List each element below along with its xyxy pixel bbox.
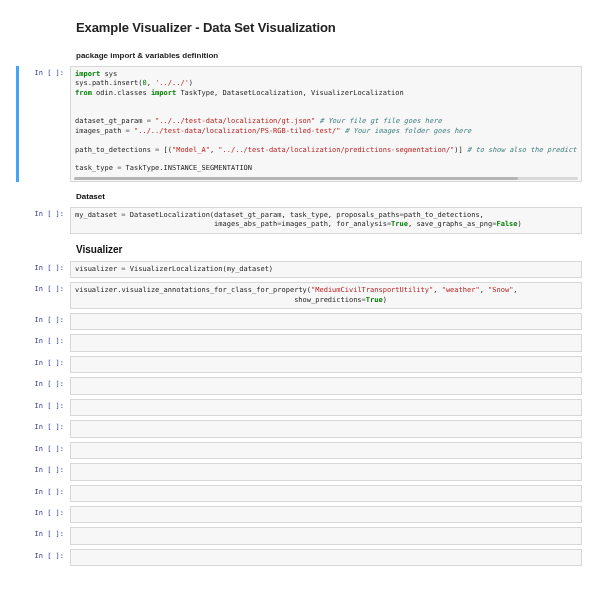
page-subtitle: package import & variables definition — [76, 51, 582, 60]
code-input[interactable] — [70, 485, 582, 502]
cell-prompt: In [ ]: — [18, 399, 70, 416]
cell-prompt: In [ ]: — [18, 506, 70, 523]
notebook-page: Example Visualizer - Data Set Visualizat… — [0, 0, 600, 598]
code-text[interactable]: visualizer = VisualizerLocalization(my_d… — [75, 265, 577, 274]
code-input[interactable] — [70, 420, 582, 437]
code-input[interactable] — [70, 313, 582, 330]
code-cell[interactable]: In [ ]: — [18, 399, 582, 416]
code-cell[interactable]: In [ ]: — [18, 442, 582, 459]
code-text[interactable] — [75, 489, 577, 498]
code-input[interactable] — [70, 356, 582, 373]
cell-prompt: In [ ]: — [18, 463, 70, 480]
cell-prompt: In [ ]: — [18, 282, 70, 309]
code-cell[interactable]: In [ ]: — [18, 334, 582, 351]
cell-prompt: In [ ]: — [18, 549, 70, 566]
code-cell[interactable]: In [ ]: — [18, 506, 582, 523]
code-input[interactable] — [70, 549, 582, 566]
code-cell[interactable]: In [ ]:my_dataset = DatasetLocalization(… — [18, 207, 582, 234]
code-input[interactable] — [70, 463, 582, 480]
code-text[interactable] — [75, 381, 577, 390]
code-text[interactable] — [75, 317, 577, 326]
cell-prompt: In [ ]: — [18, 334, 70, 351]
cell-prompt: In [ ]: — [18, 313, 70, 330]
code-input[interactable] — [70, 506, 582, 523]
code-input[interactable] — [70, 527, 582, 544]
code-text[interactable] — [75, 510, 577, 519]
code-text[interactable] — [75, 553, 577, 562]
cell-prompt: In [ ]: — [18, 377, 70, 394]
code-text[interactable]: import sys sys.path.insert(0, '../../') … — [75, 70, 577, 174]
code-cell[interactable]: In [ ]:visualizer = VisualizerLocalizati… — [18, 261, 582, 278]
code-cell[interactable]: In [ ]: — [18, 463, 582, 480]
code-input[interactable] — [70, 399, 582, 416]
code-cell[interactable]: In [ ]: — [18, 313, 582, 330]
code-cell[interactable]: In [ ]: — [18, 485, 582, 502]
code-text[interactable] — [75, 424, 577, 433]
section-heading: Visualizer — [76, 244, 582, 255]
code-cell[interactable]: In [ ]: — [18, 420, 582, 437]
notebook-inner: Example Visualizer - Data Set Visualizat… — [0, 20, 600, 566]
section-heading: Dataset — [76, 192, 582, 201]
cell-prompt: In [ ]: — [18, 356, 70, 373]
code-text[interactable] — [75, 446, 577, 455]
code-text[interactable] — [75, 360, 577, 369]
code-text[interactable]: visualizer.visualize_annotations_for_cla… — [75, 286, 577, 305]
cells-container: In [ ]:import sys sys.path.insert(0, '..… — [18, 66, 582, 566]
code-input[interactable] — [70, 442, 582, 459]
cell-prompt: In [ ]: — [18, 420, 70, 437]
cell-prompt: In [ ]: — [18, 527, 70, 544]
page-title: Example Visualizer - Data Set Visualizat… — [76, 20, 582, 35]
code-cell[interactable]: In [ ]: — [18, 549, 582, 566]
code-input[interactable] — [70, 334, 582, 351]
code-cell[interactable]: In [ ]:visualizer.visualize_annotations_… — [18, 282, 582, 309]
code-cell[interactable]: In [ ]: — [18, 527, 582, 544]
code-input[interactable]: my_dataset = DatasetLocalization(dataset… — [70, 207, 582, 234]
code-cell[interactable]: In [ ]: — [18, 377, 582, 394]
code-input[interactable]: visualizer.visualize_annotations_for_cla… — [70, 282, 582, 309]
horizontal-scrollbar[interactable] — [74, 177, 578, 180]
code-cell[interactable]: In [ ]:import sys sys.path.insert(0, '..… — [18, 66, 582, 182]
scroll-thumb[interactable] — [74, 177, 518, 180]
code-text[interactable] — [75, 403, 577, 412]
code-input[interactable]: visualizer = VisualizerLocalization(my_d… — [70, 261, 582, 278]
cell-prompt: In [ ]: — [18, 442, 70, 459]
code-text[interactable] — [75, 531, 577, 540]
cell-prompt: In [ ]: — [18, 207, 70, 234]
code-text[interactable] — [75, 338, 577, 347]
code-text[interactable]: my_dataset = DatasetLocalization(dataset… — [75, 211, 577, 230]
cell-prompt: In [ ]: — [18, 261, 70, 278]
code-input[interactable]: import sys sys.path.insert(0, '../../') … — [70, 66, 582, 182]
code-cell[interactable]: In [ ]: — [18, 356, 582, 373]
code-text[interactable] — [75, 467, 577, 476]
cell-prompt: In [ ]: — [18, 66, 70, 182]
code-input[interactable] — [70, 377, 582, 394]
cell-prompt: In [ ]: — [18, 485, 70, 502]
